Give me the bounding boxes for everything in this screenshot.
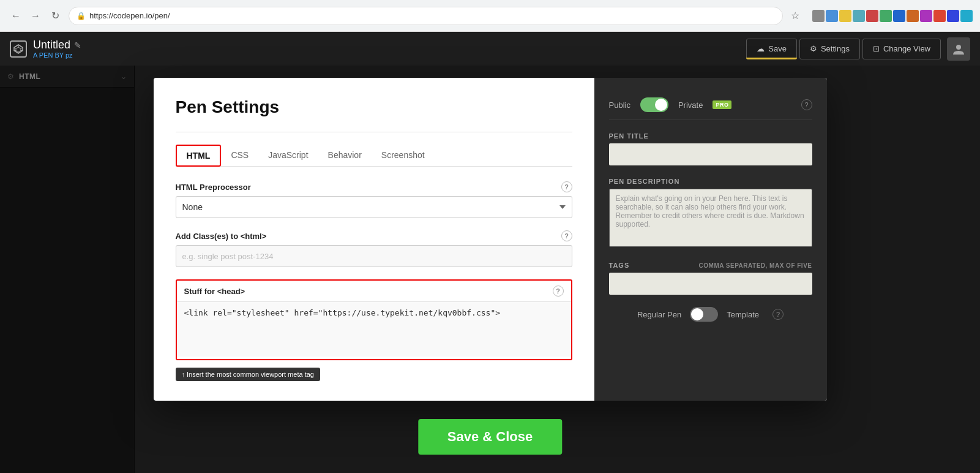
template-toggle-knob bbox=[691, 308, 703, 320]
modal-right-panel: Public Private PRO ? PEN TITLE bbox=[594, 78, 827, 401]
tags-label: TAGS COMMA SEPARATED, MAX OF FIVE bbox=[609, 262, 812, 269]
add-classes-input[interactable] bbox=[176, 245, 572, 267]
save-button[interactable]: ☁ Save bbox=[746, 39, 797, 59]
regular-pen-label: Regular Pen bbox=[637, 310, 681, 319]
tab-javascript[interactable]: JavaScript bbox=[258, 145, 318, 167]
tab-css[interactable]: CSS bbox=[221, 145, 258, 167]
editor-main: ⚙ HTML ⌄ Pen Settings HTML CSS JavaScrip… bbox=[0, 66, 980, 473]
preprocessor-select[interactable]: None Slim Haml Markdown Pug bbox=[176, 196, 572, 218]
ext-icon-4[interactable] bbox=[853, 10, 865, 22]
pen-settings-modal: Pen Settings HTML CSS JavaScript Behavio… bbox=[154, 78, 827, 401]
save-btn-wrapper: ☁ Save bbox=[746, 39, 797, 59]
ext-icon-6[interactable] bbox=[880, 10, 892, 22]
ext-icon-12[interactable] bbox=[960, 10, 973, 22]
back-button[interactable]: ← bbox=[7, 7, 24, 25]
codepen-logo[interactable] bbox=[10, 40, 27, 58]
ext-icon-1[interactable] bbox=[812, 10, 825, 22]
save-close-container: Save & Close bbox=[418, 419, 562, 455]
pen-title-text: Untitled bbox=[33, 39, 70, 51]
secure-icon: 🔒 bbox=[77, 12, 86, 20]
extensions-area bbox=[812, 10, 973, 22]
head-stuff-label: Stuff for <head> ? bbox=[177, 281, 571, 301]
ext-icon-9[interactable] bbox=[920, 10, 932, 22]
pen-by-label: A PEN BY pz bbox=[33, 51, 81, 59]
public-label: Public bbox=[609, 100, 630, 110]
ext-icon-5[interactable] bbox=[866, 10, 878, 22]
insert-meta-button[interactable]: ↑ Insert the most common viewport meta t… bbox=[176, 368, 320, 381]
browser-bar: ← → ↻ 🔒 https://codepen.io/pen/ ☆ bbox=[0, 0, 980, 32]
preprocessor-help-icon[interactable]: ? bbox=[561, 181, 572, 192]
head-stuff-textarea[interactable]: <link rel="stylesheet" href="https://use… bbox=[177, 301, 571, 357]
address-bar[interactable]: 🔒 https://codepen.io/pen/ bbox=[69, 7, 783, 25]
ext-icon-2[interactable] bbox=[826, 10, 838, 22]
avatar-icon bbox=[952, 42, 965, 56]
add-classes-help-icon[interactable]: ? bbox=[561, 230, 572, 241]
visibility-toggle-section: Public Private PRO ? bbox=[609, 90, 812, 120]
head-stuff-section: Stuff for <head> ? <link rel="stylesheet… bbox=[176, 279, 572, 360]
svg-marker-1 bbox=[16, 47, 21, 52]
url-text: https://codepen.io/pen/ bbox=[89, 11, 170, 20]
pen-title: Untitled ✎ bbox=[33, 39, 81, 51]
pen-description-section: PEN DESCRIPTION bbox=[609, 178, 812, 249]
browser-actions: ☆ bbox=[788, 9, 802, 23]
toggle-knob bbox=[655, 99, 667, 111]
pen-title-section: PEN TITLE bbox=[609, 132, 812, 165]
add-classes-section: Add Class(es) to <html> ? bbox=[176, 230, 572, 267]
settings-gear-icon: ⚙ bbox=[810, 44, 817, 53]
user-avatar[interactable] bbox=[947, 37, 970, 61]
ext-icon-11[interactable] bbox=[947, 10, 959, 22]
tab-screenshot[interactable]: Screenshot bbox=[372, 145, 435, 167]
modal-left-panel: Pen Settings HTML CSS JavaScript Behavio… bbox=[154, 78, 594, 401]
settings-button[interactable]: ⚙ Settings bbox=[799, 39, 860, 59]
codepen-header: Untitled ✎ A PEN BY pz ☁ Save ⚙ Settings… bbox=[0, 32, 980, 66]
ext-icon-8[interactable] bbox=[907, 10, 919, 22]
preprocessor-label: HTML Preprocessor ? bbox=[176, 181, 572, 192]
add-classes-label: Add Class(es) to <html> ? bbox=[176, 230, 572, 241]
change-view-button[interactable]: ⊡ Change View bbox=[862, 39, 941, 59]
codepen-logo-icon bbox=[13, 44, 23, 54]
save-cloud-icon: ☁ bbox=[757, 44, 765, 53]
refresh-button[interactable]: ↻ bbox=[47, 7, 64, 25]
pen-description-label: PEN DESCRIPTION bbox=[609, 178, 812, 185]
pen-title-label: PEN TITLE bbox=[609, 132, 812, 140]
template-help-icon[interactable]: ? bbox=[772, 309, 784, 320]
pen-description-input[interactable] bbox=[609, 189, 812, 247]
private-label: Private bbox=[678, 100, 703, 110]
pen-title-input[interactable] bbox=[609, 143, 812, 165]
ext-icon-10[interactable] bbox=[933, 10, 946, 22]
svg-point-8 bbox=[956, 45, 961, 50]
ext-icon-7[interactable] bbox=[893, 10, 905, 22]
visibility-toggle[interactable] bbox=[640, 97, 668, 112]
codepen-left: Untitled ✎ A PEN BY pz bbox=[10, 39, 81, 59]
visibility-help-icon[interactable]: ? bbox=[801, 99, 812, 110]
tab-html[interactable]: HTML bbox=[176, 145, 222, 167]
tags-section: TAGS COMMA SEPARATED, MAX OF FIVE bbox=[609, 262, 812, 295]
preprocessor-section: HTML Preprocessor ? None Slim Haml Markd… bbox=[176, 181, 572, 218]
tags-hint: COMMA SEPARATED, MAX OF FIVE bbox=[699, 262, 812, 269]
pro-badge: PRO bbox=[713, 100, 731, 109]
save-close-button[interactable]: Save & Close bbox=[418, 419, 562, 455]
nav-buttons: ← → ↻ bbox=[7, 7, 64, 25]
pen-author: pz bbox=[65, 51, 73, 59]
modal-tabs: HTML CSS JavaScript Behavior Screenshot bbox=[176, 145, 572, 167]
tags-input[interactable] bbox=[609, 273, 812, 295]
template-label: Template bbox=[727, 310, 759, 319]
codepen-right: ☁ Save ⚙ Settings ⊡ Change View bbox=[746, 37, 970, 61]
ext-icon-3[interactable] bbox=[839, 10, 851, 22]
star-icon[interactable]: ☆ bbox=[788, 9, 802, 23]
save-btn-accent bbox=[746, 58, 797, 59]
change-view-icon: ⊡ bbox=[873, 44, 880, 53]
forward-button[interactable]: → bbox=[27, 7, 44, 25]
head-stuff-help-icon[interactable]: ? bbox=[553, 286, 564, 297]
template-toggle-section: Regular Pen Template ? bbox=[609, 307, 812, 322]
pen-title-edit-icon[interactable]: ✎ bbox=[74, 40, 81, 50]
template-toggle[interactable] bbox=[690, 307, 718, 322]
modal-overlay[interactable]: Pen Settings HTML CSS JavaScript Behavio… bbox=[0, 66, 980, 473]
tab-behavior[interactable]: Behavior bbox=[318, 145, 372, 167]
modal-title: Pen Settings bbox=[176, 97, 572, 117]
modal-divider bbox=[176, 132, 572, 132]
pen-title-area: Untitled ✎ A PEN BY pz bbox=[33, 39, 81, 59]
